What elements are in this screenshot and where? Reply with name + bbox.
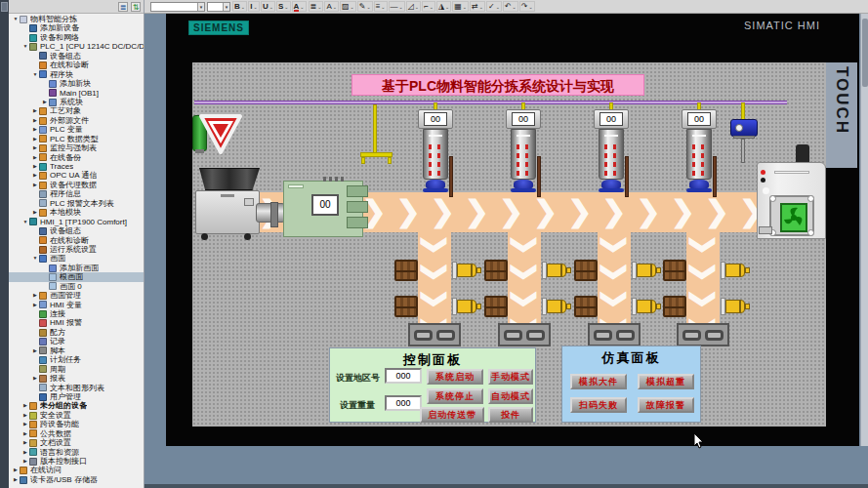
tree-item[interactable]: 记录 [9,337,144,346]
expand-icon[interactable]: ▶ [31,116,39,125]
chevron-down-icon[interactable]: ▾ [223,3,229,11]
expand-icon[interactable]: ▶ [31,208,39,217]
sync-icon[interactable]: ⇅ [131,2,141,12]
tree-item[interactable]: ▶版本控制接口 [9,457,144,466]
cylinder-io-field[interactable]: 00 [687,112,711,126]
tree-item[interactable]: 设备和网络 [9,33,144,42]
scanner-io-field[interactable]: 00 [311,194,339,216]
tree-item[interactable]: ▶文档设置 [9,438,144,447]
font-color-icon[interactable]: A⌄ [324,1,339,12]
expand-icon[interactable]: ▶ [31,135,39,143]
tree-item[interactable]: ▶工艺对象 [9,106,144,115]
control-button[interactable]: 系统启动 [427,369,483,385]
tree-item[interactable]: 设备组态 [9,226,144,235]
cylinder-io-field[interactable]: 00 [424,112,447,126]
redo-icon[interactable]: ↷⌄ [519,1,535,12]
control-button[interactable]: 投件 [488,407,533,423]
tree-item[interactable]: ▶画面管理 [9,291,144,300]
expand-icon[interactable]: ▶ [31,143,39,152]
tree-item[interactable]: Main [OB1] [9,89,144,98]
tree-item[interactable]: ▼物料智能分拣 [9,15,144,23]
tree-item[interactable]: ▶语言和资源 [9,448,144,457]
region-input[interactable]: 000 [385,368,422,384]
expand-icon[interactable]: ▶ [21,429,29,438]
swap-icon[interactable]: ⇄⌄ [470,1,485,12]
corner-icon[interactable]: ◿⌄ [406,1,421,12]
tree-item[interactable]: 周期 [9,365,144,374]
tree-item[interactable]: ▼画面 [9,254,144,263]
tree-item[interactable]: ▶PLC 变量 [9,125,144,134]
format-b-button[interactable]: B⌄ [232,1,247,12]
expand-icon[interactable]: ▶ [31,153,39,162]
tree-item[interactable]: ▶未分组的设备 [9,401,144,410]
cylinder-io-field[interactable]: 00 [512,112,535,126]
tree-item[interactable]: 计划任务 [9,355,144,364]
tree-item[interactable]: ▶设备代理数据 [9,181,144,189]
tree-item[interactable]: 文本和图形列表 [9,384,144,392]
simulation-button[interactable]: 模拟大件 [570,374,627,389]
expand-icon[interactable]: ▶ [31,125,39,134]
tree-item[interactable]: 添加新设备 [9,23,144,32]
font-size-combo[interactable]: ▾ [207,2,230,12]
format-i-button[interactable]: I⌄ [248,1,260,12]
collapse-icon[interactable]: ▼ [12,15,20,23]
tree-item[interactable]: 设备组态 [9,52,144,61]
tree-item[interactable]: ▶报表 [9,374,144,383]
expand-icon[interactable]: ▶ [21,457,29,466]
confirm-icon[interactable]: ✓⌄ [486,1,502,12]
list-view-icon[interactable]: ≣ [118,2,128,12]
tree-item[interactable]: 配方 [9,328,144,337]
tree-item[interactable]: ▶HMI 变量 [9,301,144,309]
expand-icon[interactable]: ▶ [21,411,29,420]
tree-item[interactable]: 程序信息 [9,189,144,198]
simulation-button[interactable]: 模拟超重 [638,374,694,389]
format-a-button[interactable]: A⌄ [292,1,307,12]
portal-mini-icon[interactable] [1,2,8,12]
tree-item[interactable]: ▶脚本 [9,346,144,355]
line-width-icon[interactable]: —⌄ [389,1,405,12]
tree-item[interactable]: ▶公共数据 [9,429,144,438]
hmi-screen-canvas[interactable]: 基于PLC物料智能分拣系统设计与实现 ❯❯❯❯❯❯❯❯❯❯❯❯❯❯❯❯❯❯❯❯❯… [192,62,826,427]
collapse-icon[interactable]: ▼ [21,42,29,51]
control-button[interactable]: 系统停止 [427,388,483,404]
weight-input[interactable]: 000 [385,395,422,411]
expand-icon[interactable]: ▶ [41,98,49,106]
flip-icon[interactable]: ◮⌄ [436,1,451,12]
expand-icon[interactable]: ▶ [31,374,39,383]
expand-icon[interactable]: ▶ [12,475,20,484]
font-name-combo[interactable]: ▾ [150,2,205,12]
tree-item[interactable]: ▶本地模块 [9,208,144,217]
simulation-button[interactable]: 故障报警 [638,397,694,413]
undo-icon[interactable]: ↶⌄ [503,1,518,12]
tree-item[interactable]: HMI 报警 [9,318,144,327]
tree-item[interactable]: ▼程序块 [9,70,144,79]
expand-icon[interactable]: ▶ [31,181,39,189]
expand-icon[interactable]: ▶ [31,346,39,355]
tree-item[interactable]: 在线和诊断 [9,236,144,245]
line-style-icon[interactable]: ≡⌄ [374,1,388,12]
tree-item[interactable]: ▶在线备份 [9,153,144,162]
tree-item[interactable]: ▶系统块 [9,98,144,106]
window-vertical-scrollbar[interactable] [860,14,868,446]
tree-item[interactable]: 在线和诊断 [9,61,144,69]
cylinder-io-field[interactable]: 00 [599,112,623,126]
tree-item[interactable]: PLC 报警文本列表 [9,199,144,208]
expand-icon[interactable]: ▶ [31,171,39,180]
scrollbar-thumb[interactable] [862,19,868,87]
tree-item[interactable]: 用户管理 [9,392,144,401]
expand-icon[interactable]: ▶ [12,466,20,474]
grid-icon[interactable]: ▦⌄ [452,1,469,12]
tree-item[interactable]: ▶安全设置 [9,411,144,420]
pen-color-icon[interactable]: ✎⌄ [357,1,373,12]
tree-item[interactable]: ▼PLC_1 [CPU 1214C DC/DC/DC] [9,42,144,51]
chevron-down-icon[interactable]: ▾ [197,3,204,11]
tree-item[interactable]: ▶OPC UA 通信 [9,171,144,180]
tree-item[interactable]: 画面 0 [9,282,144,291]
collapse-icon[interactable]: ▼ [31,254,39,263]
collapse-icon[interactable]: ▼ [21,218,29,226]
expand-icon[interactable]: ▶ [31,291,39,300]
expand-icon[interactable]: ▶ [21,448,29,457]
expand-icon[interactable]: ▶ [21,401,29,410]
expand-icon[interactable]: ▶ [31,106,39,115]
radius-icon[interactable]: ⌐⌄ [422,1,435,12]
